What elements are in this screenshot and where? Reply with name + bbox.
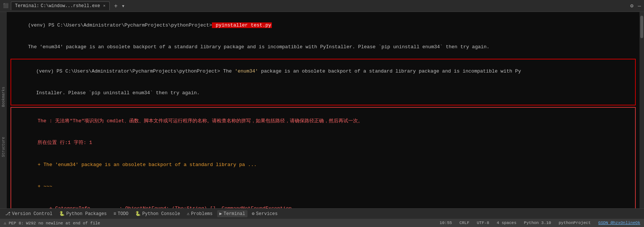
- pyinstaller-cmd: pyinstaller test.py: [212, 22, 272, 28]
- error-line-5: + CategoryInfo : ObjectNotFound: (The:St…: [14, 197, 632, 208]
- problems-icon: ⚠: [187, 211, 189, 217]
- tab-close-button[interactable]: ×: [103, 4, 106, 8]
- status-right: 10:55 CRLF UTF-8 4 spaces Python 3.10 py…: [440, 221, 640, 225]
- todo-tab[interactable]: ≡ TODO: [111, 211, 131, 217]
- version-control-icon: ⎇: [5, 211, 10, 217]
- tab-dropdown-button[interactable]: ▾: [122, 3, 124, 9]
- scrollbar[interactable]: [640, 12, 644, 208]
- todo-icon: ≡: [113, 211, 116, 217]
- title-bar: ⬛ Terminal: C:\window...rshell.exe × + ▾…: [0, 0, 644, 12]
- python-console-label: Python Console: [142, 211, 180, 217]
- problems-label: Problems: [191, 211, 213, 217]
- python-console-icon: 🐍: [135, 211, 141, 217]
- settings-icon[interactable]: ⚙: [630, 3, 633, 9]
- bottom-toolbar: ⎇ Version Control 🐍 Python Packages ≡ TO…: [0, 208, 644, 219]
- warning-text-1: The 'enum34' package is an obsolete back…: [28, 44, 490, 50]
- python-console-tab[interactable]: 🐍 Python Console: [133, 210, 182, 217]
- tab-label: Terminal:: [15, 3, 39, 9]
- red-box-1: (venv) PS C:\Users\Administrator\Pycharm…: [10, 59, 636, 105]
- structure-label[interactable]: Structure: [1, 137, 6, 157]
- error-block: The : 无法将"The"项识别为 cmdlet、函数、脚本文件或可运行程序的…: [10, 107, 636, 208]
- redbox1-line2: Installer. Please `pip uninstall enum34`…: [13, 82, 634, 104]
- status-crlf: CRLF: [459, 221, 469, 225]
- terminal-tab-bottom[interactable]: ▶ Terminal: [217, 210, 247, 217]
- services-tab[interactable]: ⚙ Services: [250, 210, 280, 217]
- title-bar-left: ⬛ Terminal: C:\window...rshell.exe × + ▾: [3, 1, 124, 10]
- bookmarks-label[interactable]: Bookmarks: [1, 87, 6, 107]
- main-content: Bookmarks Structure (venv) PS C:\Users\A…: [0, 12, 644, 208]
- error-line-1: The : 无法将"The"项识别为 cmdlet、函数、脚本文件或可运行程序的…: [14, 110, 632, 132]
- terminal-line-2: The 'enum34' package is an obsolete back…: [10, 36, 636, 58]
- left-sidebar: Bookmarks Structure: [0, 12, 7, 208]
- python-packages-tab[interactable]: 🐍 Python Packages: [57, 210, 109, 217]
- minimize-icon[interactable]: —: [638, 3, 641, 9]
- status-indent: 4 spaces: [497, 221, 517, 225]
- services-icon: ⚙: [252, 211, 255, 217]
- todo-label: TODO: [118, 211, 128, 217]
- terminal-area[interactable]: (venv) PS C:\Users\Administrator\Pycharm…: [7, 12, 640, 208]
- terminal-tab-icon: ▶: [219, 211, 222, 217]
- pep8-warning: ⚠ PEP 8: W292 no newline at end of file: [4, 221, 100, 226]
- redbox1-line1: (venv) PS C:\Users\Administrator\Pycharm…: [13, 60, 634, 82]
- terminal-tab-label: Terminal: [224, 211, 245, 217]
- services-label: Services: [256, 211, 278, 217]
- python-packages-icon: 🐍: [59, 211, 65, 217]
- status-encoding: UTF-8: [477, 221, 489, 225]
- redbox1-prompt: (venv) PS C:\Users\Administrator\Pycharm…: [36, 68, 235, 74]
- status-left: ⚠ PEP 8: W292 no newline at end of file: [4, 221, 440, 226]
- status-bar: ⚠ PEP 8: W292 no newline at end of file …: [0, 219, 644, 227]
- status-link[interactable]: GSDN @hzxOnlineOk: [598, 221, 640, 225]
- problems-tab[interactable]: ⚠ Problems: [185, 210, 215, 217]
- python-packages-label: Python Packages: [66, 211, 107, 217]
- error-line-3: + The 'enum34' package is an obsolete ba…: [14, 154, 632, 176]
- status-python: Python 3.10: [524, 221, 551, 225]
- terminal-icon: ⬛: [3, 3, 9, 9]
- redbox1-rest: package is an obsolete backport of a sta…: [258, 68, 521, 74]
- version-control-tab[interactable]: ⎇ Version Control: [3, 210, 55, 217]
- status-time: 10:55: [440, 221, 452, 225]
- scrollbar-thumb[interactable]: [640, 16, 643, 38]
- prompt-1: (venv) PS C:\Users\Administrator\Pycharm…: [28, 22, 212, 28]
- terminal-line-1: (venv) PS C:\Users\Administrator\Pycharm…: [10, 14, 636, 36]
- terminal-tab[interactable]: Terminal: C:\window...rshell.exe ×: [11, 1, 110, 10]
- enum34-highlight: 'enum34': [235, 68, 258, 74]
- error-line-4: + ~~~: [14, 176, 632, 198]
- new-tab-button[interactable]: +: [112, 3, 120, 9]
- version-control-label: Version Control: [12, 211, 52, 217]
- error-line-2: 所在位置 行:1 字符: 1: [14, 132, 632, 154]
- redbox1-line2-text: Installer. Please `pip uninstall enum34`…: [36, 90, 200, 96]
- tab-path: C:\window...rshell.exe: [41, 3, 100, 9]
- title-bar-right: ⚙ —: [630, 3, 641, 9]
- status-project: pythonProject: [559, 221, 591, 225]
